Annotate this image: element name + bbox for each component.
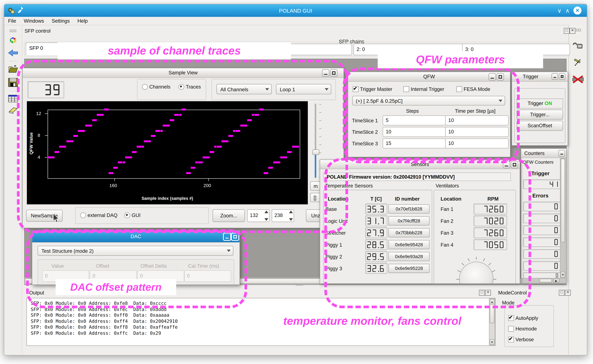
fan-knob[interactable] [455,256,497,284]
modecontrol-close-icon[interactable] [565,290,571,296]
zoom-from-spinbox[interactable]: 132 [247,209,269,222]
output-vscroll-thumb[interactable] [490,304,494,323]
counters-vscroll-down-icon[interactable]: ▼ [561,272,565,278]
table-icon[interactable] [8,95,18,103]
maximize-icon[interactable] [231,233,239,241]
channel-combo[interactable]: All Channels [217,84,272,94]
maximize-icon[interactable] [511,161,518,168]
verbose-checkbox[interactable] [508,337,514,342]
fesa-mode-label[interactable]: FESA Mode [464,86,490,92]
timeslice2-time-input[interactable]: 10 [445,127,509,137]
panel-close-icon[interactable] [570,28,575,34]
spin-down-icon[interactable] [264,218,268,221]
qfw-titlebar[interactable]: QFW [348,72,510,82]
output-vscrollbar[interactable]: ▲ ▼ [489,298,495,345]
connect-icon[interactable] [573,41,584,50]
external-daq-label[interactable]: external DAQ [87,212,117,218]
minimize-icon[interactable]: ∨ [557,6,561,14]
autoapply-label[interactable]: AutoApply [515,315,538,321]
internal-trigger-label[interactable]: Internal Trigger [411,86,444,92]
dock-separator-handle[interactable] [295,284,303,286]
tab-sfp0[interactable]: SFP 0 [26,43,60,55]
timeslice1-time-input[interactable]: 10 [445,116,509,125]
hexmode-label[interactable]: Hexmode [515,326,537,332]
zoom-button[interactable]: Zoom... [213,209,245,222]
gui-radio-label[interactable]: GUI [132,212,140,218]
internal-trigger-checkbox[interactable] [403,86,409,92]
minimize-icon[interactable] [559,150,565,156]
verbose-label[interactable]: Verbose [515,337,534,342]
tools-icon[interactable] [573,58,583,67]
traces-radio[interactable] [179,84,184,90]
spin-up-icon[interactable] [289,210,293,213]
close-icon[interactable]: ✕ [573,6,581,14]
timeslice3-time-input[interactable]: 10 [445,138,509,149]
counters-hscrollbar[interactable]: ▶ [522,278,566,283]
menu-help[interactable]: Help [73,17,92,25]
eraser-icon[interactable] [8,106,18,114]
trigger-master-checkbox[interactable] [353,86,359,92]
output-vscroll-up-icon[interactable]: ▲ [490,299,494,305]
menu-windows[interactable]: Windows [20,17,48,25]
spin-up-icon[interactable] [264,210,268,213]
channels-radio[interactable] [142,84,148,90]
timeslice2-steps-input[interactable]: 10 [383,127,446,137]
autoapply-checkbox[interactable] [508,315,514,321]
scanoffset-button[interactable]: ScanOffset [517,121,563,131]
menu-settings[interactable]: Settings [48,17,74,25]
disconnect-icon[interactable] [572,75,584,84]
output-vscroll-down-icon[interactable]: ▼ [490,339,494,345]
minimize-icon[interactable] [223,233,231,241]
main-titlebar[interactable]: POLAND GUI ∨ ∧ ✕ [4,4,587,17]
slider-handle[interactable] [313,150,319,155]
traces-radio-label[interactable]: Traces [186,84,201,90]
data-point [271,167,273,169]
timeslice3-steps-input[interactable]: 15 [383,138,446,149]
maximize-icon[interactable]: ∧ [566,6,570,14]
channels-radio-label[interactable]: Channels [149,84,170,90]
counters-hscroll-thumb[interactable] [540,279,552,282]
maximize-icon[interactable] [330,69,337,77]
zoom-to-spinbox[interactable]: 238 [272,209,294,222]
counters-vscrollbar[interactable]: ▼ [560,158,566,278]
counters-hscroll-right-icon[interactable]: ▶ [553,279,559,282]
range-combo[interactable]: (+) [ 2.5pF & 0.25pC] [352,96,505,105]
counters-vscroll-thumb[interactable] [561,159,565,242]
minimize-icon[interactable] [503,161,510,168]
output-float-icon[interactable] [479,290,485,296]
open-folder-icon[interactable] [8,65,18,73]
timeslice1-steps-input[interactable]: 5 [383,116,446,125]
trigger-master-label[interactable]: Trigger Master [360,86,392,92]
back-arrow-icon[interactable] [8,49,18,57]
spin-down-icon[interactable] [289,218,293,221]
maximize-icon[interactable] [559,73,565,80]
data-point [297,146,299,148]
sensors-titlebar[interactable]: Sensors [320,160,520,169]
qfw-plot[interactable]: 4 8 12 160 200 Sample index (samples #) … [27,101,308,204]
gui-radio[interactable] [124,212,130,218]
fan-location-label: Fan 3 [441,230,453,236]
panel-float-icon[interactable] [564,28,570,34]
save-icon[interactable] [8,78,18,87]
dac-mode-combo[interactable]: Test Structure (mode 2) [38,246,233,256]
sensor-location-label: Piggy 2 [326,254,342,260]
sync-icon[interactable] [8,36,18,45]
channel-combo-value: All Channels [220,87,248,92]
trigger-button[interactable]: Trigger... [517,110,563,120]
maximize-icon[interactable] [497,73,504,80]
toolbar-drag-handle[interactable] [10,30,17,32]
external-daq-radio[interactable] [80,212,86,218]
minimize-icon[interactable] [489,73,496,80]
hexmode-checkbox[interactable] [508,326,514,332]
minimize-icon[interactable] [552,73,558,80]
dac-titlebar[interactable]: DAC [32,231,240,242]
sensors-window: Sensors POLAND Firmware version: 0x20042… [320,160,520,284]
output-close-icon[interactable] [485,290,491,296]
menu-file[interactable]: File [4,17,20,25]
modecontrol-float-icon[interactable] [559,290,565,296]
sample-view-titlebar[interactable]: Sample View [23,68,344,78]
minimize-icon[interactable] [322,69,329,77]
fesa-mode-checkbox[interactable] [456,86,462,92]
dac-cal-time-input[interactable]: 0 [184,270,231,282]
loop-combo[interactable]: Loop 1 [276,84,331,94]
